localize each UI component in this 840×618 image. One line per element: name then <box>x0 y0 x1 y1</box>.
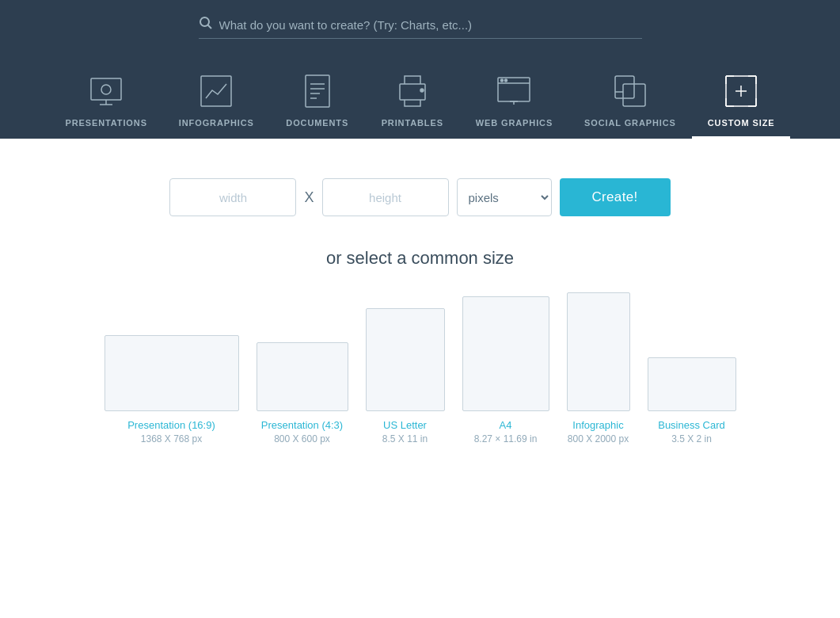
card-preview <box>257 342 348 411</box>
card-dims: 1368 X 768 px <box>141 433 202 444</box>
nav-label-web-graphics: WEB GRAPHICS <box>476 118 553 128</box>
unit-select[interactable]: pixels inches cm mm <box>457 178 552 216</box>
svg-rect-6 <box>201 76 231 106</box>
card-dims: 800 X 600 px <box>274 433 330 444</box>
nav-label-documents: DOCUMENTS <box>286 118 348 128</box>
svg-point-0 <box>200 17 209 26</box>
svg-rect-20 <box>615 76 634 98</box>
sizes-grid: Presentation (16:9) 1368 X 768 px Presen… <box>73 292 768 444</box>
svg-point-5 <box>101 85 111 94</box>
card-title: Presentation (4:3) <box>261 419 343 431</box>
card-preview <box>567 292 630 411</box>
card-dims: 3.5 X 2 in <box>671 433 712 444</box>
card-title: Infographic <box>572 419 623 431</box>
size-row: X pixels inches cm mm Create! <box>169 178 670 216</box>
width-input[interactable] <box>169 178 296 216</box>
card-title: A4 <box>500 419 512 431</box>
card-preview <box>105 335 239 411</box>
web-graphics-icon <box>493 71 534 112</box>
nav-label-social-graphics: SOCIAL GRAPHICS <box>584 118 676 128</box>
size-card-business-card[interactable]: Business Card 3.5 X 2 in <box>648 357 736 444</box>
size-card-presentation-4-3[interactable]: Presentation (4:3) 800 X 600 px <box>257 342 348 444</box>
card-dims: 800 X 2000 px <box>568 433 629 444</box>
nav-item-documents[interactable]: DOCUMENTS <box>270 63 365 139</box>
size-card-us-letter[interactable]: US Letter 8.5 X 11 in <box>366 308 445 444</box>
svg-point-16 <box>501 79 504 82</box>
card-title: Business Card <box>658 419 725 431</box>
nav-item-printables[interactable]: PRINTABLES <box>365 63 460 139</box>
card-dims: 8.27 × 11.69 in <box>474 433 538 444</box>
svg-point-13 <box>420 89 424 92</box>
svg-rect-7 <box>306 75 329 107</box>
presentations-icon <box>86 71 127 112</box>
header: PRESENTATIONS INFOGRAPHICS DOCUMENTS PRI… <box>0 0 840 139</box>
card-preview <box>366 308 445 411</box>
or-text: or select a common size <box>326 248 514 269</box>
nav-item-social-graphics[interactable]: SOCIAL GRAPHICS <box>568 63 692 139</box>
social-graphics-icon <box>610 71 651 112</box>
search-icon <box>199 16 213 33</box>
svg-point-17 <box>505 79 507 82</box>
nav-items: PRESENTATIONS INFOGRAPHICS DOCUMENTS PRI… <box>0 63 840 139</box>
card-title: Presentation (16:9) <box>127 419 215 431</box>
nav-label-printables: PRINTABLES <box>382 118 443 128</box>
card-preview <box>462 296 549 411</box>
main-content: X pixels inches cm mm Create! or select … <box>0 139 840 476</box>
nav-label-custom-size: CUSTOM SIZE <box>708 118 775 128</box>
size-card-presentation-16-9[interactable]: Presentation (16:9) 1368 X 768 px <box>105 335 239 444</box>
nav-item-web-graphics[interactable]: WEB GRAPHICS <box>460 63 568 139</box>
documents-icon <box>297 71 338 112</box>
card-dims: 8.5 X 11 in <box>382 433 428 444</box>
size-card-infographic[interactable]: Infographic 800 X 2000 px <box>567 292 630 444</box>
card-preview <box>648 357 736 411</box>
card-title: US Letter <box>383 419 427 431</box>
x-separator: X <box>304 189 314 206</box>
printables-icon <box>392 71 433 112</box>
nav-item-custom-size[interactable]: CUSTOM SIZE <box>692 63 791 139</box>
search-bar <box>199 16 642 39</box>
create-button[interactable]: Create! <box>560 178 671 216</box>
svg-rect-2 <box>91 78 121 100</box>
custom-size-icon <box>720 71 762 112</box>
size-card-a4[interactable]: A4 8.27 × 11.69 in <box>462 296 549 444</box>
nav-label-infographics: INFOGRAPHICS <box>179 118 254 128</box>
nav-label-presentations: PRESENTATIONS <box>66 118 147 128</box>
search-input[interactable] <box>219 18 642 32</box>
svg-line-1 <box>207 25 211 29</box>
height-input[interactable] <box>322 178 449 216</box>
nav-item-infographics[interactable]: INFOGRAPHICS <box>163 63 270 139</box>
infographics-icon <box>196 71 237 112</box>
nav-item-presentations[interactable]: PRESENTATIONS <box>50 63 163 139</box>
